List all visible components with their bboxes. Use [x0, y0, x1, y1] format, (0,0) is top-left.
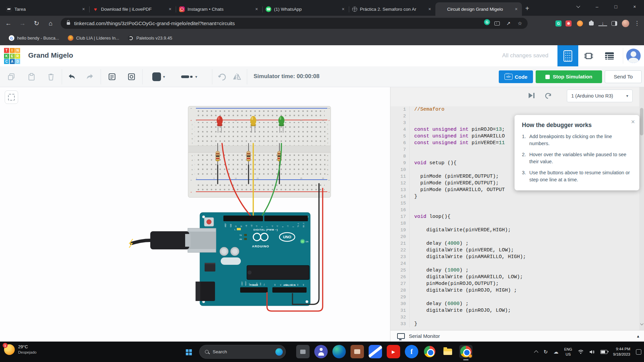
chevron-up-icon[interactable]	[535, 350, 538, 354]
code-line[interactable]: 31 digitalWrite (pinROJO, LOW);	[390, 307, 639, 314]
tab-instagram-chats[interactable]: Instagram • Chats×	[176, 2, 262, 16]
tab-close-icon[interactable]: ×	[167, 6, 173, 12]
list-view-button[interactable]	[599, 45, 620, 66]
wifi-icon[interactable]	[578, 350, 584, 354]
code-button[interactable]: </>Code	[499, 70, 533, 83]
volume-icon[interactable]	[589, 350, 595, 354]
show-desktop-icon[interactable]	[636, 349, 641, 355]
install-icon[interactable]	[493, 19, 501, 28]
digital-header[interactable]	[264, 216, 308, 221]
tab-close-icon[interactable]: ×	[513, 6, 519, 12]
app-chrome-active-icon[interactable]	[459, 345, 473, 358]
code-line[interactable]: 22 digitalWrite (pinVERDE, LOW);	[390, 247, 639, 254]
code-line[interactable]: 29	[390, 294, 639, 301]
share-icon[interactable]: ↗	[504, 19, 513, 28]
close-button[interactable]: ×	[625, 0, 644, 13]
design-title[interactable]: Grand Migelo	[28, 51, 73, 59]
expand-up-icon[interactable]: ▲	[636, 334, 640, 338]
app-window-icon[interactable]	[296, 345, 310, 358]
line-number[interactable]: 15	[390, 200, 410, 207]
color-dropdown[interactable]: ▾	[149, 71, 168, 82]
user-avatar[interactable]	[626, 49, 641, 63]
code-line[interactable]: 15	[390, 200, 639, 207]
arduino-uno-r3[interactable]: UNO ARDUINO DIGITAL (PWM ~) POWER ANALOG…	[188, 213, 310, 306]
bookmark-star-icon[interactable]: ☆	[516, 19, 524, 28]
step-button[interactable]	[527, 92, 536, 101]
tab-download-file-ilovepdf[interactable]: ♥Download file | iLovePDF×	[89, 2, 176, 16]
line-number[interactable]: 21	[390, 240, 410, 247]
bookmark-hello-bendy-busca[interactable]: Ghello bendy - Busca...	[9, 35, 59, 41]
new-tab-button[interactable]: +	[525, 5, 529, 12]
wire-style-dropdown[interactable]: ▾	[177, 71, 201, 82]
sync-icon[interactable]: ↻	[543, 349, 548, 355]
bookmark-paletools-v23-9-45[interactable]: Paletools v23.9.45	[128, 35, 172, 41]
line-number[interactable]: 13	[390, 187, 410, 193]
code-line[interactable]: 21 delay (4000) ;	[390, 240, 639, 247]
clock[interactable]: 9:44 PM9/18/2023	[613, 347, 630, 357]
line-number[interactable]: 5	[390, 133, 410, 140]
code-line[interactable]: 19 digitalWrite(pinVERDE,HIGH);	[390, 227, 639, 234]
app-edge-icon[interactable]	[332, 345, 346, 358]
line-number[interactable]: 2	[390, 113, 410, 120]
breadboard[interactable]: 115510101515202025253030jjiihhggffeeddcc…	[188, 106, 331, 197]
lock-icon[interactable]	[67, 22, 70, 25]
copy-button[interactable]	[6, 71, 17, 82]
code-line[interactable]: 23 digitalWrite (pinAMARILLO, HIGH);	[390, 254, 639, 260]
code-line[interactable]: 26 digitalWrite (pinAMARILLO, LOW);	[390, 274, 639, 281]
code-line[interactable]: 16	[390, 207, 639, 214]
code-line[interactable]: 20	[390, 234, 639, 240]
inspect-button[interactable]	[126, 71, 137, 82]
line-number[interactable]: 14	[390, 193, 410, 200]
code-scrollbar[interactable]	[639, 87, 644, 330]
code-line[interactable]: 1//Semaforo	[390, 106, 639, 113]
app-zoom-icon[interactable]	[369, 345, 382, 358]
tab-1-whatsapp[interactable]: ☎(1) WhatsApp×	[262, 2, 349, 16]
tab-search-icon[interactable]	[569, 0, 588, 13]
line-number[interactable]: 1	[390, 106, 410, 113]
code-line[interactable]: 18	[390, 220, 639, 227]
line-number[interactable]: 9	[390, 160, 410, 167]
delete-button[interactable]	[46, 71, 56, 82]
paste-button[interactable]	[26, 71, 37, 82]
profile-avatar-icon[interactable]	[621, 19, 630, 28]
weather-widget[interactable]: 1 29°C Despejado	[4, 344, 37, 355]
menu-icon[interactable]: ⋮	[633, 19, 641, 28]
line-number[interactable]: 17	[390, 214, 410, 220]
stop-simulation-button[interactable]: Stop Simulation	[536, 70, 602, 83]
line-number[interactable]: 10	[390, 167, 410, 173]
app-youtube-icon[interactable]: ▶	[387, 345, 400, 358]
grammarly-ext-icon[interactable]: G	[555, 20, 561, 26]
puzzle-icon[interactable]	[587, 19, 596, 28]
app-file-explorer-icon[interactable]	[441, 345, 454, 358]
forward-button[interactable]: →	[17, 18, 28, 29]
scrollbar-thumb[interactable]	[640, 108, 643, 135]
redo-button[interactable]	[85, 71, 95, 82]
line-number[interactable]: 20	[390, 234, 410, 240]
line-number[interactable]: 11	[390, 173, 410, 180]
language-indicator[interactable]: ENGUS	[564, 347, 572, 357]
code-line[interactable]: 24	[390, 260, 639, 267]
serial-monitor-bar[interactable]: Serial Monitor ▲	[390, 330, 644, 342]
tab-tarea[interactable]: Tarea×	[3, 2, 89, 16]
grammarly-icon[interactable]: G	[484, 19, 490, 25]
line-number[interactable]: 3	[390, 120, 410, 126]
start-button[interactable]	[182, 345, 195, 359]
digital-header[interactable]	[223, 216, 263, 221]
restart-simulation-button[interactable]	[544, 92, 552, 102]
line-number[interactable]: 26	[390, 274, 410, 281]
line-number[interactable]: 12	[390, 180, 410, 187]
taskbar-search[interactable]: Search	[199, 345, 286, 359]
back-button[interactable]: ←	[3, 18, 14, 29]
reset-button[interactable]	[207, 220, 211, 224]
line-number[interactable]: 8	[390, 153, 410, 160]
code-line[interactable]: 14}	[390, 193, 639, 200]
line-number[interactable]: 16	[390, 207, 410, 214]
bing-icon[interactable]	[275, 348, 283, 356]
code-line[interactable]: 25 delay (1000) ;	[390, 267, 639, 274]
home-button[interactable]: ⌂	[45, 18, 56, 29]
bookmark-club-lia-l-deres-in[interactable]: Club LIA | Líderes In...	[68, 35, 119, 41]
code-line[interactable]: 28 digitalWrite (pinROJO, HIGH) ;	[390, 287, 639, 294]
line-number[interactable]: 27	[390, 281, 410, 287]
line-number[interactable]: 24	[390, 260, 410, 267]
analog-header[interactable]	[272, 287, 307, 293]
